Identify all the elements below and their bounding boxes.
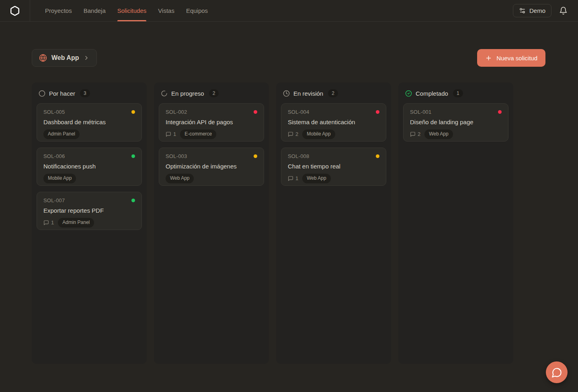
priority-dot: [131, 154, 135, 158]
card-footer: 2 Web App: [410, 129, 502, 139]
bell-icon: [559, 6, 568, 15]
nav-item-vistas[interactable]: Vistas: [158, 0, 174, 21]
tag-badge: Web App: [424, 129, 453, 139]
card-title: Dashboard de métricas: [43, 119, 135, 125]
card-footer: 2 Mobile App: [288, 129, 379, 139]
globe-icon: [39, 54, 47, 62]
board-column: En progreso 2 SOL-002 Integración API de…: [154, 82, 269, 364]
column-header: Por hacer 3: [37, 89, 142, 97]
topbar-right: Demo: [513, 4, 578, 17]
tag-badge: Admin Panel: [58, 218, 94, 228]
chat-fab-button[interactable]: [546, 361, 568, 383]
kanban-board: Por hacer 3 SOL-005 Dashboard de métrica…: [32, 82, 578, 364]
new-request-button[interactable]: Nueva solicitud: [477, 49, 545, 67]
request-card[interactable]: SOL-005 Dashboard de métricas Admin Pane…: [37, 103, 142, 142]
nav-item-label: Solicitudes: [117, 7, 147, 14]
message-square-icon: [288, 131, 293, 137]
column-cards: SOL-004 Sistema de autenticación 2 Mobil…: [281, 103, 386, 186]
nav-item-bandeja[interactable]: Bandeja: [84, 0, 106, 21]
request-card[interactable]: SOL-006 Notificaciones push Mobile App: [37, 148, 142, 186]
nav-item-equipos[interactable]: Equipos: [186, 0, 208, 21]
column-count-badge: 3: [80, 89, 90, 97]
nav-item-label: Vistas: [158, 7, 174, 14]
page-header: Web App Nueva solicitud: [32, 49, 545, 67]
circle-icon: [39, 90, 45, 97]
column-cards: SOL-005 Dashboard de métricas Admin Pane…: [37, 103, 142, 230]
card-top-row: SOL-005: [43, 109, 135, 115]
column-count-badge: 1: [453, 89, 463, 97]
comment-count-value: 2: [295, 131, 298, 137]
message-square-icon: [410, 131, 416, 137]
tag-badge: Web App: [166, 174, 194, 183]
hexagon-icon: [10, 6, 20, 16]
comment-count-value: 1: [295, 175, 298, 181]
request-card[interactable]: SOL-001 Diseño de landing page 2 Web App: [403, 103, 508, 142]
request-card[interactable]: SOL-008 Chat en tiempo real 1 Web App: [281, 148, 386, 186]
comment-count-value: 2: [418, 131, 420, 137]
demo-button-label: Demo: [529, 7, 545, 14]
column-title: Por hacer: [49, 90, 75, 97]
column-header: Completado 1: [403, 89, 508, 97]
priority-dot: [254, 110, 257, 114]
card-top-row: SOL-008: [288, 153, 379, 159]
card-title: Diseño de landing page: [410, 119, 502, 125]
request-card[interactable]: SOL-003 Optimización de imágenes Web App: [159, 148, 264, 186]
loader-icon: [161, 90, 168, 97]
tag-badge: Mobile App: [302, 129, 335, 139]
card-footer: 1 Admin Panel: [43, 218, 135, 228]
card-footer: Web App: [166, 174, 257, 183]
tag-badge: E-commerce: [180, 129, 216, 139]
comment-count-value: 1: [51, 220, 54, 226]
card-top-row: SOL-001: [410, 109, 502, 115]
nav-item-proyectos[interactable]: Proyectos: [45, 0, 72, 21]
request-card[interactable]: SOL-002 Integración API de pagos 1 E-com…: [159, 103, 264, 142]
notifications-button[interactable]: [559, 6, 568, 15]
message-square-icon: [43, 220, 49, 226]
request-card[interactable]: SOL-004 Sistema de autenticación 2 Mobil…: [281, 103, 386, 142]
card-footer: Admin Panel: [43, 129, 135, 139]
message-square-icon: [166, 131, 171, 137]
tag-badge: Web App: [302, 174, 330, 183]
card-top-row: SOL-004: [288, 109, 379, 115]
column-title: En progreso: [171, 90, 204, 97]
project-selector[interactable]: Web App: [32, 49, 97, 67]
card-top-row: SOL-007: [43, 197, 135, 203]
message-circle-icon: [551, 367, 562, 378]
demo-button[interactable]: Demo: [513, 4, 551, 17]
card-id: SOL-007: [43, 197, 65, 203]
comment-count-value: 1: [173, 131, 176, 137]
priority-dot: [254, 154, 257, 158]
check-circle-icon: [405, 90, 412, 97]
column-header: En progreso 2: [159, 89, 264, 97]
column-count-badge: 2: [209, 89, 219, 97]
column-title: En revisión: [293, 90, 323, 97]
card-title: Notificaciones push: [43, 163, 135, 170]
column-cards: SOL-002 Integración API de pagos 1 E-com…: [159, 103, 264, 186]
card-id: SOL-008: [288, 153, 309, 159]
card-id: SOL-003: [166, 153, 187, 159]
app-logo[interactable]: [0, 0, 30, 21]
card-title: Integración API de pagos: [166, 119, 257, 125]
card-id: SOL-006: [43, 153, 65, 159]
nav-item-label: Equipos: [186, 7, 208, 14]
main-nav: Proyectos Bandeja Solicitudes Vistas Equ…: [45, 0, 208, 21]
card-id: SOL-004: [288, 109, 309, 115]
card-id: SOL-005: [43, 109, 65, 115]
card-top-row: SOL-003: [166, 153, 257, 159]
priority-dot: [131, 110, 135, 114]
nav-item-solicitudes[interactable]: Solicitudes: [117, 0, 147, 21]
card-title: Sistema de autenticación: [288, 119, 379, 125]
top-nav: Proyectos Bandeja Solicitudes Vistas Equ…: [0, 0, 578, 22]
priority-dot: [131, 199, 135, 202]
card-id: SOL-002: [166, 109, 187, 115]
nav-item-label: Bandeja: [84, 7, 106, 14]
card-footer: Mobile App: [43, 174, 135, 183]
priority-dot: [376, 154, 379, 158]
message-square-icon: [288, 176, 293, 181]
board-column: Completado 1 SOL-001 Diseño de landing p…: [398, 82, 513, 364]
request-card[interactable]: SOL-007 Exportar reportes PDF 1 Admin Pa…: [37, 192, 142, 230]
card-footer: 1 E-commerce: [166, 129, 257, 139]
comment-count: 1: [166, 131, 176, 137]
project-selector-label: Web App: [51, 54, 79, 62]
column-header: En revisión 2: [281, 89, 386, 97]
